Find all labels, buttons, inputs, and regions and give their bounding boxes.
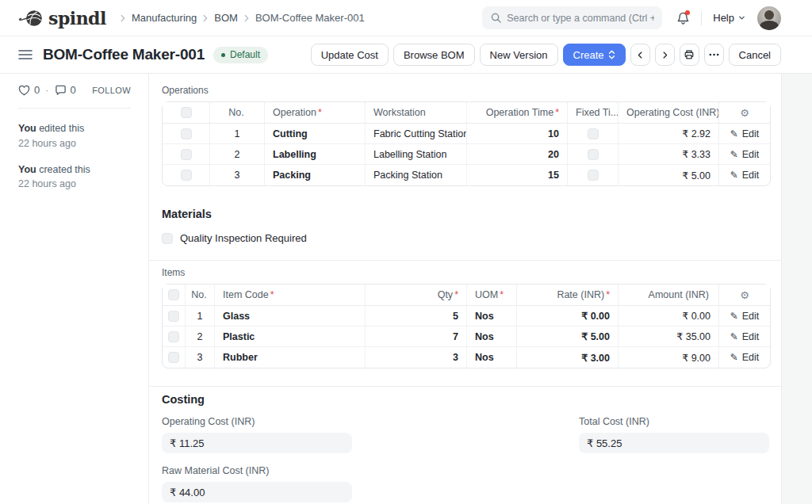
search-icon: [490, 12, 502, 24]
cell-item-code[interactable]: Glass: [214, 306, 365, 326]
row-edit-button[interactable]: ✎Edit: [730, 128, 760, 139]
cell-operation-time[interactable]: 10: [466, 124, 567, 144]
app-logo[interactable]: spindl: [18, 8, 106, 29]
pencil-icon: ✎: [730, 170, 738, 181]
cell-amount[interactable]: ₹ 35.00: [618, 326, 718, 347]
cell-uom[interactable]: Nos: [466, 347, 516, 368]
like-button[interactable]: 0: [18, 84, 40, 96]
pencil-icon: ✎: [730, 128, 738, 139]
cell-operation[interactable]: Labelling: [264, 144, 365, 165]
update-cost-button[interactable]: Update Cost: [311, 44, 389, 66]
create-button[interactable]: Create: [563, 44, 626, 66]
cell-amount[interactable]: ₹ 9.00: [618, 347, 718, 368]
cell-qty[interactable]: 7: [365, 326, 466, 347]
grid-settings-gear-icon[interactable]: ⚙: [740, 289, 749, 301]
cell-operating-cost[interactable]: ₹ 3.33: [618, 144, 718, 165]
more-options-button[interactable]: [704, 44, 724, 66]
prev-record-button[interactable]: [630, 44, 650, 66]
col-rate: Rate (INR)*: [516, 284, 618, 306]
breadcrumb-current[interactable]: BOM-Coffee Maker-001: [255, 12, 365, 24]
cell-no: 2: [209, 144, 264, 165]
select-all-checkbox[interactable]: [181, 107, 192, 118]
new-version-button[interactable]: New Version: [480, 44, 558, 66]
cell-amount[interactable]: ₹ 0.00: [618, 306, 718, 326]
chevrons-up-down-icon: [608, 50, 615, 59]
cell-uom[interactable]: Nos: [466, 306, 516, 326]
quality-inspection-checkbox[interactable]: [162, 233, 173, 244]
cell-operation[interactable]: Packing: [264, 165, 365, 185]
raw-material-cost-label: Raw Material Cost (INR): [162, 465, 352, 476]
cell-item-code[interactable]: Plastic: [214, 326, 365, 347]
menu-icon[interactable]: [18, 49, 33, 60]
notifications-bell-icon[interactable]: [676, 11, 690, 25]
browse-bom-button[interactable]: Browse BOM: [393, 44, 475, 66]
items-grid-label: Items: [162, 267, 769, 278]
items-table: No. Item Code* Qty* UOM* Rate (INR)* Amo…: [162, 284, 771, 368]
row-edit-button[interactable]: ✎Edit: [730, 149, 760, 160]
chevron-right-icon: [241, 13, 252, 24]
row-edit-button[interactable]: ✎Edit: [730, 311, 760, 322]
page-title: BOM-Coffee Maker-001: [43, 46, 205, 63]
cell-operation-time[interactable]: 20: [466, 144, 567, 165]
breadcrumb-manufacturing[interactable]: Manufacturing: [132, 12, 197, 24]
raw-material-cost-input[interactable]: ₹ 44.00: [162, 482, 352, 502]
operating-cost-input[interactable]: ₹ 11.25: [162, 433, 352, 453]
next-record-button[interactable]: [655, 44, 675, 66]
cell-item-code[interactable]: Rubber: [214, 347, 365, 368]
help-menu[interactable]: Help: [713, 12, 746, 24]
row-checkbox[interactable]: [168, 331, 179, 342]
total-cost-input[interactable]: ₹ 55.25: [579, 433, 769, 453]
fixed-time-checkbox[interactable]: [588, 149, 599, 160]
row-checkbox[interactable]: [181, 170, 192, 181]
follow-button[interactable]: FOLLOW: [92, 86, 131, 95]
operations-row: 1 Cutting Fabric Cutting Station 10 ₹ 2.…: [163, 124, 770, 144]
activity-entry: You created this 22 hours ago: [18, 162, 130, 193]
form-body: Operations No. Operation* Workstation Op…: [149, 74, 781, 504]
cell-no: 1: [209, 124, 264, 144]
total-cost-field: Total Cost (INR) ₹ 55.25: [579, 416, 769, 453]
cell-rate[interactable]: ₹ 3.00: [516, 347, 618, 368]
row-edit-button[interactable]: ✎Edit: [730, 170, 760, 181]
cell-operating-cost[interactable]: ₹ 5.00: [618, 165, 718, 185]
cell-operation-time[interactable]: 15: [466, 165, 567, 185]
print-button[interactable]: [680, 44, 699, 66]
cell-no: 3: [209, 165, 264, 185]
col-no: No.: [209, 102, 264, 124]
pencil-icon: ✎: [730, 352, 738, 363]
activity-user: You: [18, 164, 36, 175]
breadcrumb-bom[interactable]: BOM: [214, 12, 238, 24]
yarn-ball-icon: [18, 8, 45, 29]
cancel-button[interactable]: Cancel: [729, 44, 781, 66]
items-row: 1 Glass 5 Nos ₹ 0.00 ₹ 0.00 ✎Edit: [163, 306, 770, 326]
row-edit-button[interactable]: ✎Edit: [730, 352, 760, 363]
row-checkbox[interactable]: [181, 128, 192, 139]
user-avatar[interactable]: [757, 6, 781, 30]
cell-workstation[interactable]: Labelling Station: [365, 144, 466, 165]
cell-rate[interactable]: ₹ 5.00: [516, 326, 618, 347]
col-item-code: Item Code*: [214, 284, 365, 306]
fixed-time-checkbox[interactable]: [588, 170, 599, 181]
search-input[interactable]: [482, 6, 662, 29]
select-all-checkbox[interactable]: [168, 289, 179, 300]
cell-qty[interactable]: 3: [365, 347, 466, 368]
top-navbar: spindl Manufacturing BOM BOM-Coffee Make…: [0, 0, 812, 36]
operations-table: No. Operation* Workstation Operation Tim…: [162, 101, 771, 186]
cell-uom[interactable]: Nos: [466, 326, 516, 347]
grid-settings-gear-icon[interactable]: ⚙: [740, 107, 749, 119]
activity-action: edited this: [39, 123, 84, 134]
cell-rate[interactable]: ₹ 0.00: [516, 306, 618, 326]
row-edit-button[interactable]: ✎Edit: [730, 331, 760, 342]
cell-operation[interactable]: Cutting: [264, 124, 365, 144]
cell-operating-cost[interactable]: ₹ 2.92: [618, 124, 718, 144]
operations-row: 2 Labelling Labelling Station 20 ₹ 3.33 …: [163, 144, 770, 165]
row-checkbox[interactable]: [168, 352, 179, 363]
fixed-time-checkbox[interactable]: [588, 128, 599, 139]
activity-timestamp: 22 hours ago: [18, 178, 76, 189]
row-checkbox[interactable]: [181, 149, 192, 160]
comments-button[interactable]: 0: [55, 84, 76, 96]
separator-dot: ·: [45, 84, 48, 96]
cell-workstation[interactable]: Fabric Cutting Station: [365, 124, 466, 144]
row-checkbox[interactable]: [168, 311, 179, 322]
cell-qty[interactable]: 5: [365, 306, 466, 326]
cell-workstation[interactable]: Packing Station: [365, 165, 466, 185]
